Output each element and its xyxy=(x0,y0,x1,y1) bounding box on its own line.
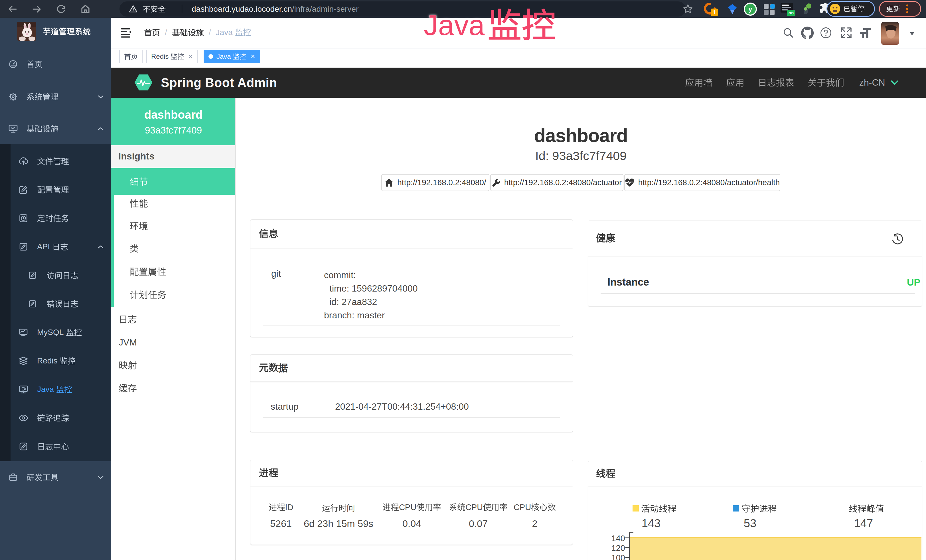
svg-text:1: 1 xyxy=(713,9,716,15)
svg-text:on: on xyxy=(788,10,794,15)
svg-text:y: y xyxy=(748,5,752,13)
